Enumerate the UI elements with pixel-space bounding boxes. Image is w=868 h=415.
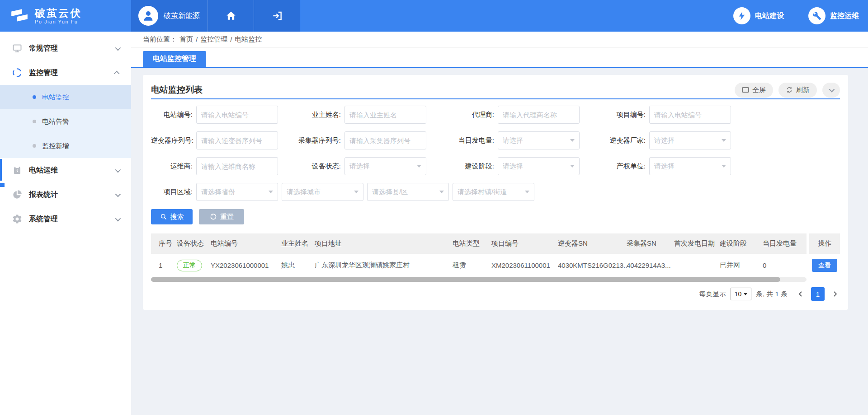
- search-button[interactable]: 搜索: [151, 209, 193, 224]
- sidebar-item-report-stats[interactable]: 报表统计: [0, 182, 131, 207]
- sidebar-item-label: 系统管理: [29, 214, 58, 224]
- collector-sn-input[interactable]: [344, 131, 426, 149]
- card-divider: [151, 98, 840, 99]
- sidebar-scrollbar-handle[interactable]: [0, 183, 5, 187]
- cell-address: 广东深圳龙华区观澜镇姚家庄村: [315, 261, 453, 270]
- table-action-column: 操作 查看: [809, 233, 840, 282]
- field-label: 建设阶段:: [449, 162, 494, 171]
- build-stage-select[interactable]: 请选择: [498, 157, 580, 175]
- owner-name-input[interactable]: [344, 106, 426, 124]
- sidebar-item-system-mgmt[interactable]: 系统管理: [0, 207, 131, 231]
- property-unit-select[interactable]: 请选择: [649, 157, 731, 175]
- bullet-icon: [33, 95, 36, 99]
- caret-down-icon: [722, 165, 726, 168]
- reset-icon: [209, 213, 217, 221]
- search-icon: [160, 213, 167, 220]
- col-header: 电站类型: [453, 239, 491, 248]
- home-icon: [225, 10, 237, 22]
- next-page-button[interactable]: [830, 289, 840, 299]
- wrench-icon: [808, 7, 826, 24]
- nav-monitor-ops[interactable]: 监控运维: [808, 7, 859, 24]
- caret-down-icon: [269, 191, 273, 193]
- sidebar-subitem-label: 监控新增: [42, 142, 69, 150]
- select-placeholder: 请选择: [654, 162, 722, 171]
- nav-station-build-label: 电站建设: [755, 11, 784, 21]
- fullscreen-button[interactable]: 全屏: [735, 83, 773, 98]
- sidebar-subitem-monitor-add[interactable]: 监控新增: [0, 134, 131, 158]
- sidebar-scrollbar[interactable]: [0, 159, 2, 181]
- station-no-input[interactable]: [196, 106, 278, 124]
- caret-down-icon: [570, 165, 575, 168]
- select-placeholder: 请选择: [349, 162, 417, 171]
- logout-button[interactable]: [254, 0, 300, 32]
- chevron-right-icon: [832, 291, 838, 297]
- caret-down-icon: [722, 139, 726, 142]
- field-label: 逆变器厂家:: [603, 136, 646, 145]
- scrollbar-thumb[interactable]: [151, 277, 780, 282]
- daily-power-select[interactable]: 请选择: [498, 131, 580, 149]
- ops-vendor-input[interactable]: [196, 157, 278, 175]
- breadcrumb-separator: /: [230, 36, 232, 43]
- per-page-label: 每页显示: [699, 290, 726, 298]
- prev-page-button[interactable]: [796, 289, 806, 299]
- sidebar-item-monitor-mgmt[interactable]: 监控管理: [0, 61, 131, 85]
- sidebar-subitem-station-monitor[interactable]: 电站监控: [0, 85, 131, 109]
- caret-down-icon: [439, 191, 444, 193]
- sidebar-item-general-mgmt[interactable]: 常规管理: [0, 36, 131, 61]
- sidebar-item-station-ops[interactable]: 电站运维: [0, 158, 131, 182]
- view-button[interactable]: 查看: [812, 259, 837, 272]
- bullet-icon: [33, 144, 36, 148]
- per-page-select[interactable]: 10: [731, 288, 751, 300]
- city-select[interactable]: 请选择城市: [282, 183, 363, 201]
- collapse-button[interactable]: [822, 83, 840, 98]
- breadcrumb: 当前位置： 首页 / 监控管理 / 电站监控: [131, 32, 868, 48]
- province-select[interactable]: 请选择省份: [196, 183, 278, 201]
- inverter-sn-input[interactable]: [196, 131, 278, 149]
- inverter-brand-select[interactable]: 请选择: [649, 131, 731, 149]
- region-selects: 请选择省份 请选择城市 请选择县/区: [196, 183, 534, 201]
- form-actions: 搜索 重置: [151, 209, 840, 224]
- sign-out-icon: [271, 10, 283, 22]
- chevron-down-icon: [115, 215, 121, 221]
- sidebar-item-label: 常规管理: [29, 44, 58, 53]
- field-label: 业主姓名:: [298, 111, 341, 119]
- field-label: 运维商:: [151, 162, 193, 171]
- chevron-down-icon: [115, 191, 121, 197]
- sidebar-subitem-station-alarm[interactable]: 电站告警: [0, 109, 131, 134]
- select-placeholder: 请选择省份: [201, 188, 269, 196]
- top-quick-links: 电站建设 监控运维: [733, 7, 868, 24]
- card-tools: 全屏 刷新: [735, 83, 840, 98]
- breadcrumb-home[interactable]: 首页: [179, 35, 193, 44]
- refresh-button[interactable]: 刷新: [778, 83, 817, 98]
- county-select[interactable]: 请选择县/区: [367, 183, 449, 201]
- bullet-icon: [33, 120, 36, 123]
- current-page-button[interactable]: 1: [811, 287, 825, 301]
- reset-button[interactable]: 重置: [199, 209, 244, 224]
- home-button[interactable]: [208, 0, 254, 32]
- sidebar-submenu: 电站监控 电站告警 监控新增: [0, 85, 131, 158]
- caret-down-icon: [525, 191, 529, 193]
- col-header: 设备状态: [177, 239, 211, 248]
- project-no-input[interactable]: [649, 106, 731, 124]
- lightning-icon: [733, 7, 750, 24]
- content-area: 当前位置： 首页 / 监控管理 / 电站监控 电站监控管理 电站监控列表: [131, 32, 868, 415]
- town-select[interactable]: 请选择村镇/街道: [453, 183, 534, 201]
- gear-icon: [12, 214, 23, 224]
- app-window: 破茧云伏 Po Jian Yun Fu 破茧新能源: [0, 0, 868, 415]
- field-label: 逆变器序列号:: [151, 136, 193, 145]
- top-nav: 破茧新能源 电站建设: [131, 0, 868, 32]
- nav-station-build[interactable]: 电站建设: [733, 7, 784, 24]
- user-menu[interactable]: 破茧新能源: [131, 0, 208, 32]
- device-status-select[interactable]: 请选择: [344, 157, 426, 175]
- col-header: 电站编号: [211, 239, 281, 248]
- avatar[interactable]: [138, 6, 158, 26]
- field-label: 当日发电量:: [449, 136, 494, 145]
- field-label: 采集器序列号:: [298, 136, 341, 145]
- tab-station-monitor-mgmt[interactable]: 电站监控管理: [143, 51, 206, 67]
- agent-input[interactable]: [498, 106, 580, 124]
- sidebar: 常规管理 监控管理 电站监控: [0, 32, 131, 415]
- col-header: 业主姓名: [281, 239, 315, 248]
- field-label: 电站编号:: [151, 111, 193, 119]
- horizontal-scrollbar[interactable]: [151, 277, 807, 282]
- stations-table: 序号 设备状态 电站编号 业主姓名 项目地址 电站类型 项目编号 逆变器SN 采…: [151, 233, 840, 282]
